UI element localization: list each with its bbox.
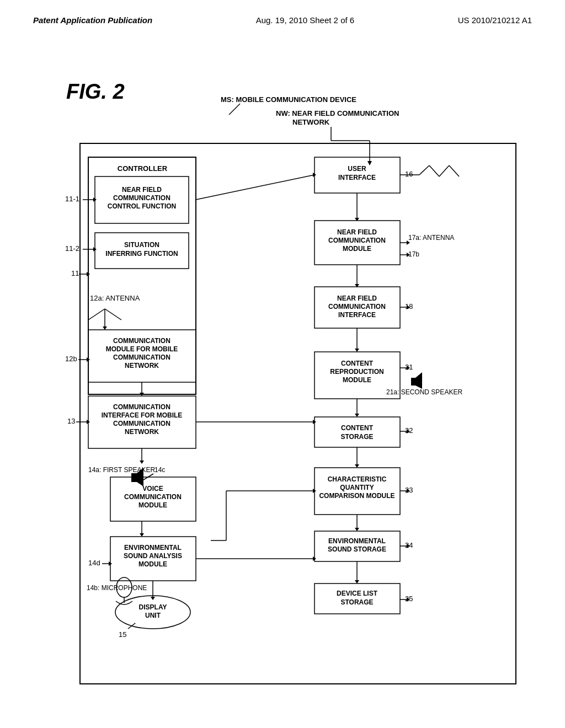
ms-device-label: MS: MOBILE COMMUNICATION DEVICE [221,95,356,104]
svg-marker-66 [134,622,137,625]
svg-marker-128 [355,580,359,584]
svg-text:REPRODUCTION: REPRODUCTION [330,368,383,376]
svg-line-74 [429,165,439,176]
svg-text:COMMUNICATION: COMMUNICATION [124,493,182,501]
svg-marker-111 [407,429,410,433]
ref-14c: 14c [154,466,165,474]
svg-marker-135 [313,173,316,177]
svg-marker-113 [355,464,359,468]
ref-11: 11 [71,269,79,277]
svg-marker-104 [415,372,422,389]
svg-rect-103 [411,378,415,386]
svg-text:MODULE: MODULE [343,376,371,384]
svg-rect-34 [88,396,196,448]
ref-23: 23 [405,486,413,494]
svg-marker-106 [355,414,359,417]
svg-text:MODULE: MODULE [343,245,371,253]
svg-marker-102 [407,366,410,370]
svg-text:CONTROL FUNCTION: CONTROL FUNCTION [108,202,176,210]
svg-text:DISPLAY: DISPLAY [139,603,167,611]
svg-rect-122 [315,531,400,561]
svg-marker-141 [313,556,316,561]
svg-text:DEVICE LIST: DEVICE LIST [337,590,378,597]
ref-14d: 14d [88,559,100,567]
svg-text:NEAR FIELD: NEAR FIELD [337,228,377,236]
svg-text:SOUND STORAGE: SOUND STORAGE [328,545,386,553]
svg-marker-40 [87,420,90,424]
svg-marker-17 [93,197,97,202]
svg-rect-25 [88,330,196,382]
svg-text:MODULE: MODULE [138,501,167,509]
svg-text:CHARACTERISTIC: CHARACTERISTIC [328,475,387,483]
svg-marker-42 [140,461,144,464]
ref-12a: 12a: ANTENNA [90,294,140,302]
ref-17a: 17a: ANTENNA [408,234,454,242]
svg-line-134 [196,175,315,200]
svg-line-139 [196,546,315,559]
svg-marker-126 [407,544,410,548]
svg-text:ENVIRONMENTAL: ENVIRONMENTAL [124,544,182,552]
svg-rect-52 [110,537,196,581]
ref-12b: 12b [65,355,77,363]
svg-point-62 [115,596,190,629]
svg-rect-67 [315,157,400,193]
diagram-svg: MS: MOBILE COMMUNICATION DEVICE NW: NEAR… [33,55,530,706]
svg-rect-6 [88,157,196,394]
nw-label-line1: NW: NEAR FIELD COMMUNICATION [276,109,399,117]
svg-text:COMMUNICATION: COMMUNICATION [113,337,170,345]
ref-18: 18 [405,302,413,311]
svg-text:COMMUNICATION: COMMUNICATION [328,237,386,244]
svg-rect-97 [315,352,400,399]
header-date-sheet: Aug. 19, 2010 Sheet 2 of 6 [256,15,354,25]
svg-line-65 [128,623,135,629]
svg-text:STORAGE: STORAGE [340,598,373,606]
svg-line-136 [196,307,315,422]
patent-diagram: MS: MOBILE COMMUNICATION DEVICE NW: NEAR… [33,55,530,706]
svg-marker-61 [151,597,155,600]
svg-marker-145 [313,489,316,493]
ref-11-1: 11-1 [65,195,79,203]
svg-marker-19 [93,247,97,251]
ref-25: 25 [405,595,413,603]
svg-marker-57 [109,561,112,566]
svg-text:MODULE: MODULE [138,560,167,568]
svg-marker-44 [137,468,143,486]
svg-rect-89 [315,287,400,328]
svg-text:USER: USER [348,165,366,173]
svg-text:INTERFACE: INTERFACE [338,174,376,181]
svg-text:COMPARISON MODULE: COMPARISON MODULE [319,492,395,500]
svg-rect-11 [95,233,189,269]
svg-rect-46 [110,477,196,521]
svg-text:INTERFACE: INTERFACE [338,311,376,319]
ref-21: 21 [405,363,413,371]
svg-text:STORAGE: STORAGE [340,433,373,441]
header-publication: Patent Application Publication [33,15,152,25]
svg-rect-114 [315,468,400,515]
svg-line-20 [88,309,105,320]
svg-marker-51 [140,533,144,537]
svg-line-73 [419,165,429,175]
svg-text:SITUATION: SITUATION [124,241,159,249]
svg-marker-31 [87,357,90,362]
svg-line-0 [229,104,240,115]
ref-14a: 14a: FIRST SPEAKER [88,466,155,474]
svg-marker-78 [355,218,359,221]
svg-text:UNIT: UNIT [145,612,161,619]
svg-rect-79 [315,221,400,265]
svg-text:MODULE FOR MOBILE: MODULE FOR MOBILE [106,345,178,353]
svg-rect-129 [315,584,400,614]
svg-rect-107 [315,417,400,447]
svg-text:NEAR FIELD: NEAR FIELD [122,186,162,194]
svg-text:SOUND ANALYSIS: SOUND ANALYSIS [124,552,182,560]
svg-text:COMMUNICATION: COMMUNICATION [113,194,170,202]
svg-line-75 [439,165,449,176]
svg-marker-121 [355,528,359,531]
svg-marker-86 [407,253,410,257]
controller-label: CONTROLLER [118,164,168,173]
ref-24: 24 [405,541,413,549]
svg-marker-133 [407,597,410,602]
svg-text:QUANTITY: QUANTITY [340,484,374,491]
svg-marker-138 [313,420,316,424]
svg-text:VOICE: VOICE [142,485,163,493]
ref-21a: 21a: SECOND SPEAKER [386,388,462,396]
